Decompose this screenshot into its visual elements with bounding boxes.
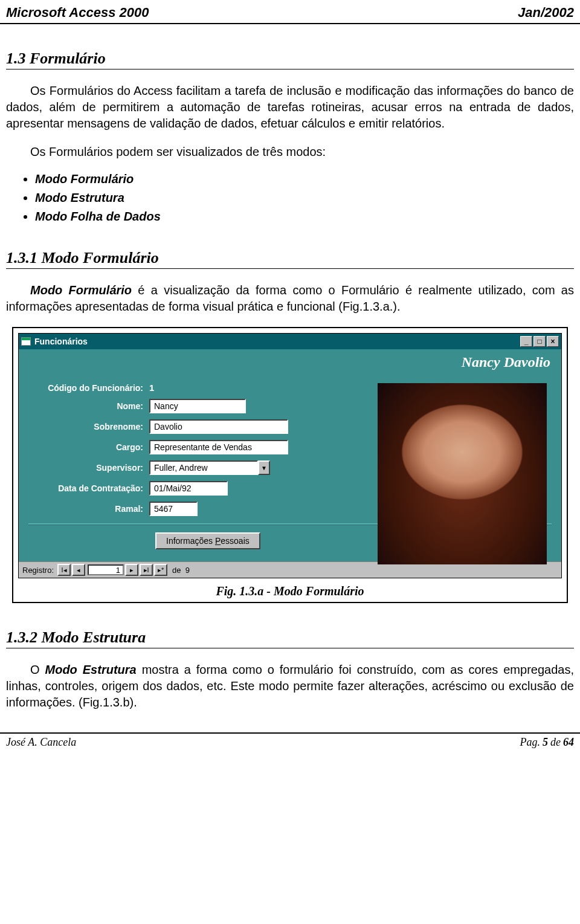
label-nome: Nome: bbox=[28, 401, 149, 411]
btn-text-pre: Informações bbox=[166, 536, 215, 546]
screenshot-frame: Funcionários _ □ × Nancy Davolio Código … bbox=[12, 327, 568, 603]
label-sobrenome: Sobrenome: bbox=[28, 422, 149, 431]
section-1-3-2-title: 1.3.2 Modo Estrutura bbox=[6, 628, 574, 647]
label-supervisor: Supervisor: bbox=[28, 463, 149, 473]
new-record-button[interactable]: ▸* bbox=[154, 564, 167, 576]
lead-term: Modo Formulário bbox=[30, 283, 132, 297]
first-record-button[interactable]: I◂ bbox=[57, 564, 71, 576]
info-pessoais-button[interactable]: Informações Pessoais bbox=[155, 532, 260, 549]
footer-page: Pag. 5 de 64 bbox=[520, 736, 575, 749]
input-sobrenome[interactable]: Davolio bbox=[149, 419, 288, 434]
page-footer: José A. Cancela Pag. 5 de 64 bbox=[0, 732, 580, 755]
lead-term: Modo Estrutura bbox=[45, 663, 137, 676]
employee-photo bbox=[378, 383, 547, 564]
footer-author: José A. Cancela bbox=[6, 736, 76, 749]
mode-item: Modo Estrutura bbox=[35, 191, 574, 205]
record-number-input[interactable]: 1 bbox=[88, 564, 124, 575]
section-1-3-para2: Os Formulários podem ser visualizados de… bbox=[6, 144, 574, 160]
close-button[interactable]: × bbox=[547, 336, 559, 347]
section-rule bbox=[6, 268, 574, 269]
label-cargo: Cargo: bbox=[28, 442, 149, 452]
section-rule bbox=[6, 648, 574, 648]
page-total: 64 bbox=[563, 736, 574, 749]
figure-caption: Fig. 1.3.a - Modo Formulário bbox=[18, 584, 562, 598]
input-cargo[interactable]: Representante de Vendas bbox=[149, 440, 288, 454]
of-label: de bbox=[172, 566, 181, 575]
chevron-down-icon[interactable]: ▼ bbox=[258, 460, 270, 475]
content: 1.3 Formulário Os Formulários do Access … bbox=[0, 50, 580, 711]
form-body: Código do Funcionário: 1 Nome: Nancy Sob… bbox=[19, 375, 561, 561]
label-ramal: Ramal: bbox=[28, 504, 149, 514]
section-rule bbox=[6, 69, 574, 69]
section-1-3-2-para: O Modo Estrutura mostra a forma como o f… bbox=[6, 662, 574, 711]
dropdown-supervisor[interactable]: Fuller, Andrew ▼ bbox=[149, 460, 270, 475]
last-record-button[interactable]: ▸I bbox=[140, 564, 153, 576]
recnav-of: de 9 bbox=[172, 566, 190, 575]
section-1-3-1-para: Modo Formulário é a visualização da form… bbox=[6, 282, 574, 315]
prev-record-button[interactable]: ◂ bbox=[72, 564, 85, 576]
maximize-button[interactable]: □ bbox=[533, 336, 546, 347]
recnav-label: Registro: bbox=[22, 566, 54, 575]
para-pre: O bbox=[30, 663, 45, 676]
btn-text-post: essoais bbox=[221, 536, 249, 546]
section-1-3-1-title: 1.3.1 Modo Formulário bbox=[6, 249, 574, 267]
minimize-button[interactable]: _ bbox=[520, 336, 532, 347]
access-form-window: Funcionários _ □ × Nancy Davolio Código … bbox=[18, 333, 562, 578]
input-contratacao[interactable]: 01/Mai/92 bbox=[149, 481, 228, 496]
section-1-3-para1: Os Formulários do Access facilitam a tar… bbox=[6, 83, 574, 132]
window-title: Funcionários bbox=[34, 337, 519, 346]
record-name-banner: Nancy Davolio bbox=[19, 349, 561, 375]
window-titlebar: Funcionários _ □ × bbox=[19, 334, 561, 349]
label-contratacao: Data de Contratação: bbox=[28, 483, 149, 493]
dropdown-value-supervisor: Fuller, Andrew bbox=[149, 460, 258, 475]
mode-item: Modo Formulário bbox=[35, 172, 574, 186]
section-1-3-title: 1.3 Formulário bbox=[6, 50, 574, 68]
input-ramal[interactable]: 5467 bbox=[149, 502, 198, 516]
form-icon bbox=[21, 337, 31, 346]
input-nome[interactable]: Nancy bbox=[149, 399, 246, 413]
header-right: Jan/2002 bbox=[518, 5, 574, 21]
total-records: 9 bbox=[185, 566, 190, 575]
header-left: Microsoft Access 2000 bbox=[6, 5, 149, 21]
btn-text-underline: P bbox=[215, 536, 221, 546]
page-header: Microsoft Access 2000 Jan/2002 bbox=[0, 0, 580, 24]
mode-list: Modo Formulário Modo Estrutura Modo Folh… bbox=[35, 172, 574, 224]
value-codigo: 1 bbox=[149, 383, 154, 393]
next-record-button[interactable]: ▸ bbox=[125, 564, 138, 576]
page-of: de bbox=[550, 736, 561, 749]
mode-item: Modo Folha de Dados bbox=[35, 210, 574, 224]
label-codigo: Código do Funcionário: bbox=[28, 383, 149, 393]
page-number: 5 bbox=[543, 736, 548, 749]
page-label: Pag. bbox=[520, 736, 541, 749]
